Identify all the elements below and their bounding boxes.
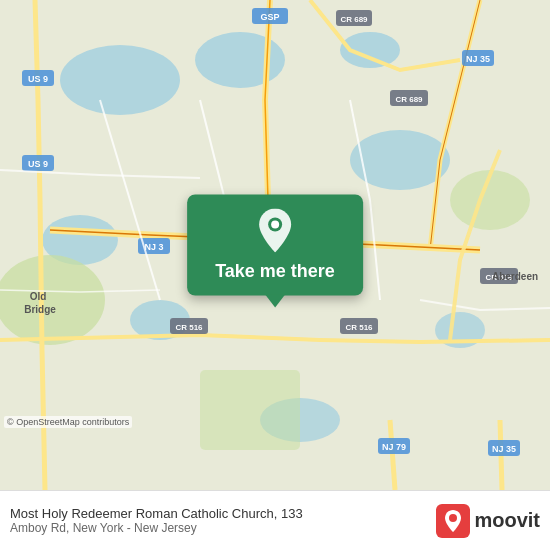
- svg-point-40: [271, 221, 279, 229]
- moovit-text: moovit: [474, 509, 540, 532]
- bottom-info-bar: Most Holy Redeemer Roman Catholic Church…: [0, 490, 550, 550]
- svg-point-6: [350, 130, 450, 190]
- svg-point-42: [449, 514, 457, 522]
- svg-text:Bridge: Bridge: [24, 304, 56, 315]
- svg-text:CR 516: CR 516: [175, 323, 203, 332]
- take-me-there-overlay[interactable]: Take me there: [187, 195, 363, 296]
- svg-text:US 9: US 9: [28, 159, 48, 169]
- svg-rect-11: [200, 370, 300, 450]
- svg-text:NJ 79: NJ 79: [382, 442, 406, 452]
- svg-text:NJ 35: NJ 35: [492, 444, 516, 454]
- svg-text:US 9: US 9: [28, 74, 48, 84]
- svg-text:NJ 35: NJ 35: [466, 54, 490, 64]
- svg-text:CR 689: CR 689: [395, 95, 423, 104]
- svg-text:CR 689: CR 689: [340, 15, 368, 24]
- svg-text:Aberdeen: Aberdeen: [492, 271, 538, 282]
- svg-point-1: [60, 45, 180, 115]
- svg-point-9: [0, 255, 105, 345]
- moovit-icon: [436, 504, 470, 538]
- location-pin-icon: [257, 209, 293, 253]
- map-area: GSP NJ 35 CR 689 NJ 3 US 9 US 9 CR 516 C…: [0, 0, 550, 490]
- svg-text:NJ 3: NJ 3: [144, 242, 163, 252]
- svg-text:Old: Old: [30, 291, 47, 302]
- svg-text:GSP: GSP: [260, 12, 279, 22]
- church-address: Amboy Rd, New York - New Jersey: [10, 521, 303, 535]
- svg-text:CR 516: CR 516: [345, 323, 373, 332]
- map-attribution: © OpenStreetMap contributors: [4, 416, 132, 428]
- take-me-there-label: Take me there: [215, 261, 335, 282]
- church-name: Most Holy Redeemer Roman Catholic Church…: [10, 506, 303, 521]
- moovit-logo: moovit: [436, 504, 540, 538]
- bottom-text: Most Holy Redeemer Roman Catholic Church…: [10, 506, 303, 535]
- take-me-there-button[interactable]: Take me there: [187, 195, 363, 296]
- svg-point-2: [195, 32, 285, 88]
